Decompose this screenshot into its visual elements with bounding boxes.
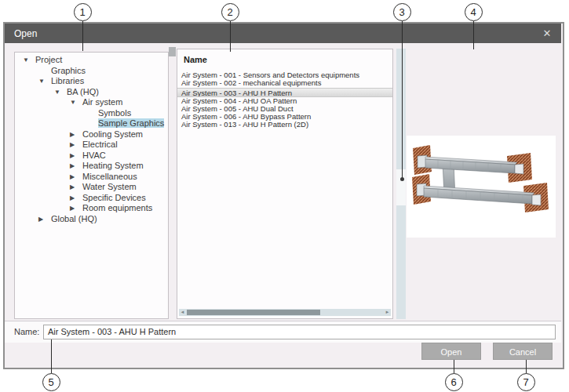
tree-item-label: Symbols <box>98 108 131 118</box>
expander-icon[interactable] <box>38 76 51 87</box>
expander-icon[interactable] <box>70 97 82 108</box>
expander-icon[interactable] <box>23 55 35 66</box>
callout-line-3 <box>402 21 403 178</box>
callout-line-5 <box>51 339 52 373</box>
scroll-right-icon[interactable]: ► <box>384 309 391 316</box>
tree-item[interactable]: Specific Devices <box>15 193 168 204</box>
tree-item[interactable]: Project <box>15 55 168 66</box>
screenshot-canvas: Open ✕ Project Graphics Libraries BA (HQ… <box>0 0 569 392</box>
tree-item[interactable]: Water System <box>15 182 168 193</box>
callout-line-3-dot <box>400 177 404 181</box>
callout-line-1 <box>82 21 83 51</box>
ahu-h-pattern-preview-image <box>407 136 556 238</box>
tree-item[interactable]: HVAC <box>15 151 168 162</box>
tree-item-label: Room equipments <box>82 203 152 212</box>
tree-item-label: Water System <box>82 182 137 191</box>
open-button[interactable]: Open <box>421 343 481 360</box>
horizontal-scrollbar[interactable]: ◄ ► <box>179 309 391 316</box>
tree-item[interactable]: Graphics <box>15 66 168 77</box>
tree-item-label: Cooling System <box>82 129 143 139</box>
expander-icon[interactable] <box>70 203 82 214</box>
expander-icon[interactable] <box>38 214 51 225</box>
scrollbar-thumb[interactable] <box>187 310 320 315</box>
tree-item-label: Heating System <box>82 161 144 170</box>
library-tree: Project Graphics Libraries BA (HQ) Air s… <box>14 52 169 319</box>
panel-corner-grip <box>169 47 176 56</box>
tree-item[interactable]: Air system <box>15 97 168 108</box>
tree-item-label: Air system <box>82 97 122 107</box>
tree-item[interactable]: Heating System <box>15 161 168 172</box>
splitter-grip[interactable] <box>396 169 406 205</box>
dialog-titlebar[interactable]: Open ✕ <box>5 24 561 43</box>
list-item-label: Air System - 005 - AHU Dual Duct <box>181 105 294 113</box>
callout-2: 2 <box>221 3 239 21</box>
tree-item-label: Project <box>35 55 62 64</box>
list-item-label: Air System - 004 - AHU OA Pattern <box>181 97 297 105</box>
open-dialog: Open ✕ Project Graphics Libraries BA (HQ… <box>3 22 564 369</box>
expander-icon[interactable] <box>70 172 82 183</box>
list-item[interactable]: Air System - 002 - mechanical equipments <box>177 79 392 87</box>
callout-1: 1 <box>74 3 92 21</box>
list-item[interactable]: Air System - 001 - Sensors and Detectors… <box>177 71 392 79</box>
tree-item-label: Electrical <box>82 140 118 149</box>
list-item[interactable]: Air System - 006 - AHU Bypass Pattern <box>177 113 392 121</box>
tree-item-label: Sample Graphics <box>98 118 164 128</box>
tree-item-label: BA (HQ) <box>67 87 99 96</box>
callout-5: 5 <box>42 373 60 391</box>
callout-line-2 <box>230 21 231 52</box>
tree-item[interactable]: Room equipments <box>15 203 168 214</box>
tree-item[interactable]: Libraries <box>15 76 168 87</box>
callout-line-7 <box>526 360 527 373</box>
callout-7: 7 <box>517 373 535 391</box>
list-item-label: Air System - 003 - AHU H Pattern <box>181 89 292 97</box>
expander-icon[interactable] <box>70 140 82 151</box>
expander-icon[interactable] <box>70 182 82 193</box>
expander-icon[interactable] <box>70 161 82 172</box>
tree-item-label: Graphics <box>51 66 86 75</box>
close-icon[interactable]: ✕ <box>539 26 555 41</box>
list-item-label: Air System - 001 - Sensors and Detectors… <box>181 71 359 79</box>
preview-pane <box>407 136 556 238</box>
list-item-label: Air System - 006 - AHU Bypass Pattern <box>181 113 311 121</box>
list-item[interactable]: Air System - 013 - AHU H Pattern (2D) <box>177 121 392 129</box>
tree-item[interactable]: Cooling System <box>15 129 168 140</box>
name-input[interactable]: Air System - 003 - AHU H Pattern <box>43 325 556 339</box>
callout-line-4 <box>473 21 474 49</box>
scroll-left-icon[interactable]: ◄ <box>179 309 186 316</box>
expander-icon[interactable] <box>70 151 82 162</box>
name-field-label: Name: <box>14 327 39 336</box>
expander-icon[interactable] <box>70 193 82 204</box>
list-item[interactable]: Air System - 004 - AHU OA Pattern <box>177 97 392 105</box>
expander-icon[interactable] <box>70 129 82 140</box>
list-rows: Air System - 001 - Sensors and Detectors… <box>177 71 392 129</box>
tree-item[interactable]: Symbols <box>15 108 168 119</box>
tree-item[interactable]: Miscellaneous <box>15 172 168 183</box>
list-item-label: Air System - 002 - mechanical equipments <box>181 79 321 87</box>
tree-item[interactable]: Global (HQ) <box>15 214 168 225</box>
tree-item[interactable]: Electrical <box>15 140 168 151</box>
expander-icon[interactable] <box>54 87 67 98</box>
tree-item-label: Libraries <box>51 76 84 85</box>
tree-item[interactable]: Sample Graphics <box>15 118 168 129</box>
list-item[interactable]: Air System - 003 - AHU H Pattern <box>177 88 392 97</box>
tree-item-label: HVAC <box>82 151 106 160</box>
tree-item[interactable]: BA (HQ) <box>15 87 168 98</box>
dialog-title: Open <box>5 28 37 39</box>
tree-item-label: Specific Devices <box>82 193 146 202</box>
callout-3: 3 <box>393 3 411 21</box>
callout-6: 6 <box>445 373 463 391</box>
graphics-list: Name Air System - 001 - Sensors and Dete… <box>177 49 393 319</box>
list-item-label: Air System - 013 - AHU H Pattern (2D) <box>181 121 308 129</box>
list-column-header: Name <box>184 55 207 64</box>
list-item[interactable]: Air System - 005 - AHU Dual Duct <box>177 105 392 113</box>
cancel-button[interactable]: Cancel <box>493 343 553 360</box>
callout-4: 4 <box>465 3 483 21</box>
panel-splitter[interactable] <box>396 49 406 319</box>
tree-item-label: Global (HQ) <box>51 214 97 223</box>
callout-line-6 <box>454 360 454 373</box>
tree-item-label: Miscellaneous <box>82 172 137 181</box>
name-row: Name: Air System - 003 - AHU H Pattern <box>5 321 561 343</box>
